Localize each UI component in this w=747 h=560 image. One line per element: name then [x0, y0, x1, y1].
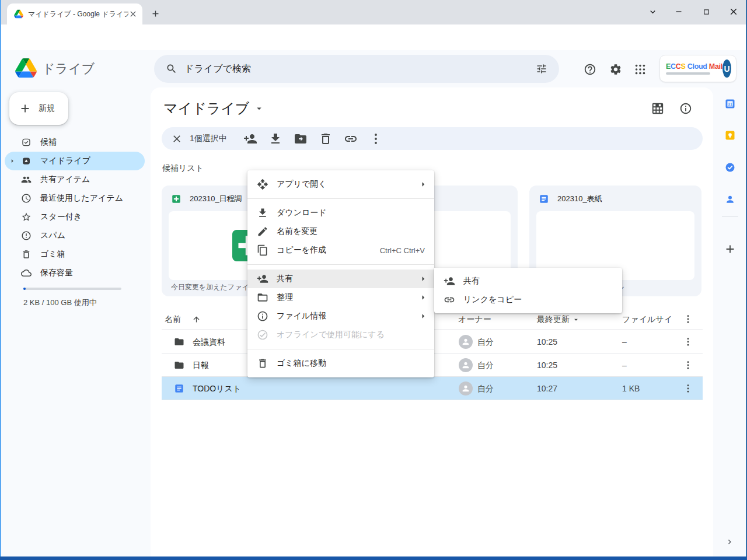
person-icon [461, 337, 470, 346]
row-more-actions-icon[interactable] [683, 383, 693, 394]
copy-link-icon[interactable] [344, 132, 358, 146]
column-name[interactable]: 名前 [165, 308, 181, 330]
new-tab-button[interactable] [148, 6, 162, 20]
browser-titlebar: マイドライブ - Google ドライブ [0, 0, 747, 24]
sidebar-item-shared[interactable]: 共有アイテム [5, 170, 145, 189]
suggested-icon [21, 137, 32, 148]
close-icon [728, 6, 739, 17]
rename-pencil-icon [257, 226, 268, 237]
sidebar-item-suggested[interactable]: 候補 [5, 133, 145, 152]
search-icon [166, 63, 177, 75]
settings-gear-icon[interactable] [609, 63, 622, 76]
plus-icon [151, 9, 160, 19]
file-row-selected[interactable]: TODOリスト 自分 10:27 1 KB [162, 377, 703, 400]
add-apps-icon[interactable] [724, 243, 736, 256]
my-drive-icon [21, 156, 32, 166]
details-info-icon[interactable] [679, 102, 692, 115]
sidebar-item-starred[interactable]: スター付き [5, 208, 145, 226]
menu-item-move-to-trash[interactable]: ゴミ箱に移動 [247, 354, 434, 373]
window-maximize-button[interactable] [697, 3, 715, 20]
search-options-icon[interactable] [536, 63, 547, 75]
google-apps-icon[interactable] [634, 63, 647, 76]
hide-side-panel-icon[interactable] [725, 537, 735, 547]
app-name: ドライブ [42, 60, 95, 78]
page-title-dropdown[interactable]: マイドライブ [163, 99, 264, 118]
clock-icon [21, 193, 32, 204]
minimize-icon [673, 6, 684, 17]
sidebar-item-my-drive[interactable]: マイドライブ [5, 152, 145, 170]
menu-divider [247, 349, 434, 349]
menu-item-open-with[interactable]: アプリで開く [247, 175, 434, 194]
menu-item-organize[interactable]: 整理 [247, 288, 434, 307]
account-avatar[interactable]: U [722, 60, 731, 78]
brand-subtitle [666, 72, 710, 75]
copy-link-icon [444, 294, 455, 306]
calendar-app-icon[interactable] [724, 98, 736, 110]
context-menu: アプリで開く ダウンロード 名前を変更 コピーを作成 Ctrl+C Ctrl+V… [247, 170, 434, 377]
sidebar-nav: 候補 マイドライブ 共有アイテム 最近使用したアイテム スター付き スパム ゴミ… [5, 133, 145, 282]
person-icon [461, 360, 470, 370]
row-more-actions-icon[interactable] [683, 337, 693, 347]
selection-toolbar: 1個選択中 [162, 127, 703, 150]
chevron-down-icon [648, 7, 658, 17]
search-input[interactable] [184, 64, 536, 74]
help-icon[interactable] [584, 63, 596, 76]
submenu-item-share[interactable]: 共有 [434, 272, 622, 290]
star-icon [21, 212, 32, 222]
sidebar-item-trash[interactable]: ゴミ箱 [5, 245, 145, 264]
menu-item-file-info[interactable]: ファイル情報 [247, 307, 434, 326]
sidebar-item-storage[interactable]: 保存容量 [5, 264, 145, 282]
selection-count: 1個選択中 [190, 134, 227, 144]
account-badge[interactable]: ECCS Cloud Mail U [659, 55, 736, 82]
search-bar[interactable] [154, 55, 559, 83]
dropdown-caret-icon [254, 103, 264, 114]
new-button[interactable]: 新規 [9, 92, 68, 125]
submenu-item-copy-link[interactable]: リンクをコピー [434, 290, 622, 309]
window-close-button[interactable] [725, 3, 742, 20]
grid-view-icon[interactable] [651, 102, 664, 115]
browser-window: マイドライブ - Google ドライブ drive.google.com/dr… [0, 0, 747, 560]
menu-item-make-copy[interactable]: コピーを作成 Ctrl+C Ctrl+V [247, 241, 434, 260]
sort-descending-icon[interactable] [572, 316, 580, 324]
window-border-left [0, 0, 1, 556]
download-icon[interactable] [268, 132, 282, 146]
sheets-file-icon [171, 194, 181, 204]
trash-icon[interactable] [319, 132, 333, 146]
window-minimize-button[interactable] [670, 3, 687, 20]
side-panel-divider [722, 216, 738, 217]
person-icon [461, 384, 470, 393]
browser-tab[interactable]: マイドライブ - Google ドライブ [7, 4, 142, 24]
submenu-arrow-icon [418, 179, 428, 190]
move-to-folder-icon[interactable] [294, 132, 308, 146]
sidebar-item-spam[interactable]: スパム [5, 226, 145, 245]
clear-selection-icon[interactable] [171, 133, 183, 145]
row-more-actions-icon[interactable] [683, 360, 693, 370]
brand-name-text: Mail [709, 62, 722, 71]
tab-title: マイドライブ - Google ドライブ [28, 9, 128, 19]
organization-brand: ECCS Cloud Mail [666, 62, 722, 75]
tasks-app-icon[interactable] [724, 162, 736, 173]
share-person-add-icon [444, 275, 455, 287]
keyboard-shortcut: Ctrl+C Ctrl+V [380, 246, 425, 255]
drive-logo [15, 58, 37, 78]
menu-item-rename[interactable]: 名前を変更 [247, 222, 434, 241]
keep-app-icon[interactable] [724, 130, 736, 141]
menu-item-share[interactable]: 共有 [247, 270, 434, 288]
submenu-arrow-icon [418, 292, 428, 303]
tab-search-button[interactable] [644, 3, 661, 20]
open-with-icon [257, 178, 268, 190]
share-person-add-icon[interactable] [243, 132, 257, 146]
owner-avatar [459, 358, 473, 372]
owner-avatar [459, 335, 473, 349]
suggestions-section-label: 候補リスト [162, 163, 204, 174]
column-size[interactable]: ファイルサイズ [622, 308, 671, 330]
column-options-icon[interactable] [683, 314, 693, 324]
more-actions-icon[interactable] [369, 132, 383, 146]
sort-ascending-icon[interactable] [192, 315, 201, 324]
expand-arrow-icon[interactable] [8, 157, 16, 165]
contacts-app-icon[interactable] [724, 194, 736, 205]
tab-close-icon[interactable] [128, 9, 138, 19]
plus-icon [19, 102, 32, 115]
menu-item-download[interactable]: ダウンロード [247, 204, 434, 222]
sidebar-item-recent[interactable]: 最近使用したアイテム [5, 189, 145, 208]
